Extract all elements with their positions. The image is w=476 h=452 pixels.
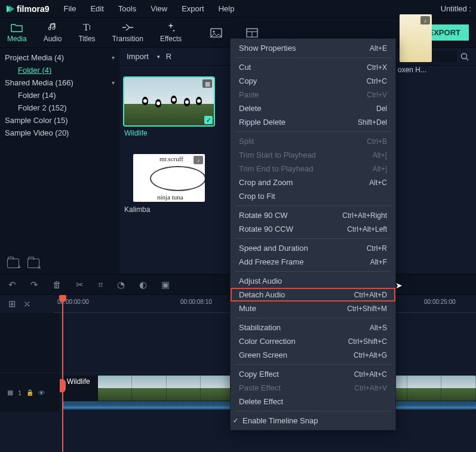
- menu-item-cut[interactable]: CutCtrl+X: [231, 60, 395, 74]
- check-icon: ✓: [233, 417, 240, 425]
- sidebar-item-folder-14[interactable]: Folder (14): [0, 89, 119, 102]
- sparkle-icon: [165, 22, 177, 33]
- menu-item-label: Trim End to Playhead: [239, 164, 314, 173]
- magnet-off-icon[interactable]: ⤬: [23, 299, 31, 309]
- menu-item-shortcut: Ctrl+Alt+D: [354, 291, 387, 299]
- menu-item-enable-timeline-snap[interactable]: ✓Enable Timeline Snap: [231, 414, 395, 428]
- speed-icon[interactable]: ◔: [117, 279, 125, 290]
- tab-titles[interactable]: TI Titles: [78, 22, 95, 43]
- tab-media[interactable]: Media: [7, 22, 27, 43]
- thumb-wildlife[interactable]: ▦ ✓ Wildlife: [124, 78, 214, 137]
- time-label: 00:00:25:00: [424, 299, 456, 305]
- menu-item-label: Green Screen: [239, 350, 287, 359]
- menu-separator: [235, 131, 391, 132]
- cut-icon[interactable]: ✂: [76, 279, 84, 290]
- menu-separator: [235, 238, 391, 239]
- playhead[interactable]: [62, 295, 63, 452]
- menu-view[interactable]: View: [145, 2, 173, 16]
- menu-item-shortcut: Alt+[: [373, 151, 387, 159]
- menu-export[interactable]: Export: [176, 2, 210, 16]
- menu-item-color-correction[interactable]: Color CorrectionCtrl+Shift+C: [231, 334, 395, 348]
- eye-icon[interactable]: 👁: [38, 389, 45, 396]
- check-icon: ✓: [204, 116, 213, 124]
- menu-item-label: Add Freeze Frame: [239, 257, 303, 266]
- menu-item-shortcut: Alt+S: [370, 324, 387, 332]
- menu-item-delete-effect[interactable]: Delete Effect: [231, 395, 395, 408]
- add-track-icon[interactable]: ⊞: [8, 299, 16, 309]
- menu-item-copy-effect[interactable]: Copy EffectCtrl+Alt+C: [231, 367, 395, 381]
- transition-icon: [122, 22, 134, 33]
- delete-folder-button[interactable]: [27, 259, 39, 268]
- menu-item-speed-and-duration[interactable]: Speed and DurationCtrl+R: [231, 241, 395, 255]
- redo-icon[interactable]: ↷: [30, 279, 38, 290]
- record-dropdown[interactable]: R: [166, 52, 171, 61]
- menu-file[interactable]: File: [57, 2, 82, 16]
- menu-item-label: Delete Effect: [239, 397, 283, 406]
- thumb-kalimba[interactable]: mr.scruff ninja tuna ♪ Kalimba: [124, 154, 214, 214]
- menu-item-detach-audio[interactable]: Detach AudioCtrl+Alt+D: [231, 288, 395, 302]
- menu-item-rotate-90-ccw[interactable]: Rotate 90 CCWCtrl+Alt+Left: [231, 222, 395, 236]
- color-icon[interactable]: ◐: [139, 279, 147, 290]
- image-icon[interactable]: [210, 28, 222, 38]
- menu-item-adjust-audio[interactable]: Adjust Audio: [231, 274, 395, 288]
- menu-item-copy[interactable]: CopyCtrl+C: [231, 74, 395, 88]
- thumb-oxen[interactable]: ♪ oxen H...: [398, 14, 434, 137]
- menu-item-label: Enable Timeline Snap: [242, 416, 318, 425]
- menu-item-label: Paste Effect: [239, 383, 281, 392]
- tab-label: Transition: [112, 35, 143, 43]
- tab-effects[interactable]: Effects: [160, 22, 182, 43]
- menu-item-shortcut: Alt+F: [370, 258, 387, 266]
- menu-item-shortcut: Ctrl+Shift+C: [348, 337, 387, 346]
- menu-help[interactable]: Help: [213, 2, 241, 16]
- layout-icon[interactable]: [246, 28, 258, 38]
- tab-transition[interactable]: Transition: [112, 22, 143, 43]
- menu-item-shortcut: Alt+E: [370, 44, 387, 53]
- menu-item-green-screen[interactable]: Green ScreenCtrl+Alt+G: [231, 348, 395, 362]
- menu-item-crop-and-zoom[interactable]: Crop and ZoomAlt+C: [231, 176, 395, 189]
- menu-separator: [235, 271, 391, 272]
- menu-item-label: Detach Audio: [239, 290, 285, 299]
- thumb-label: Kalimba: [124, 205, 214, 214]
- menu-item-label: Crop and Zoom: [239, 178, 293, 187]
- menu-item-shortcut: Ctrl+V: [367, 91, 387, 99]
- sidebar-item-sample-video[interactable]: Sample Video (20): [0, 127, 119, 139]
- tab-audio[interactable]: Audio: [44, 22, 62, 43]
- menu-item-label: Copy Effect: [239, 370, 279, 379]
- menu-item-label: Split: [239, 137, 254, 146]
- undo-icon[interactable]: ↶: [8, 279, 16, 290]
- menu-item-shortcut: Ctrl+Alt+G: [354, 351, 387, 359]
- menu-separator: [235, 364, 391, 365]
- menu-tools[interactable]: Tools: [112, 2, 142, 16]
- menu-item-ripple-delete[interactable]: Ripple DeleteShift+Del: [231, 115, 395, 129]
- cursor-icon: ➤: [395, 281, 403, 290]
- screen-icon[interactable]: ▣: [161, 279, 170, 290]
- sidebar-item-folder[interactable]: Folder (4): [0, 64, 119, 76]
- menu-separator: [235, 57, 391, 58]
- video-track-header[interactable]: ▦ 1 🔒 👁: [0, 373, 60, 412]
- add-folder-button[interactable]: [7, 259, 19, 268]
- sidebar-item-folder-2-152[interactable]: Folder 2 (152): [0, 102, 119, 114]
- import-dropdown[interactable]: Import▾: [127, 52, 160, 61]
- menu-item-rotate-90-cw[interactable]: Rotate 90 CWCtrl+Alt+Right: [231, 208, 395, 222]
- sidebar-item-shared-media[interactable]: Shared Media (166)▾: [0, 76, 119, 89]
- app-name: filmora9: [17, 4, 49, 14]
- chevron-down-icon: ▾: [112, 79, 115, 86]
- menu-item-add-freeze-frame[interactable]: Add Freeze FrameAlt+F: [231, 255, 395, 269]
- crop-icon[interactable]: ⌗: [98, 279, 103, 290]
- svg-point-1: [213, 30, 215, 32]
- menu-item-delete[interactable]: DeleteDel: [231, 102, 395, 115]
- menu-item-show-properties[interactable]: Show PropertiesAlt+E: [231, 41, 395, 55]
- delete-icon[interactable]: 🗑: [53, 279, 62, 290]
- sidebar-item-project-media[interactable]: Project Media (4)▾: [0, 51, 119, 64]
- menu-item-mute[interactable]: MuteCtrl+Shift+M: [231, 302, 395, 315]
- menu-item-label: Trim Start to Playhead: [239, 150, 316, 159]
- search-icon[interactable]: [460, 53, 469, 61]
- menu-item-crop-to-fit[interactable]: Crop to Fit: [231, 189, 395, 203]
- lock-icon[interactable]: 🔒: [26, 389, 33, 396]
- sidebar-item-sample-color[interactable]: Sample Color (15): [0, 114, 119, 127]
- menu-item-stabilization[interactable]: StabilizationAlt+S: [231, 321, 395, 334]
- document-title: Untitled :: [441, 4, 471, 13]
- menu-edit[interactable]: Edit: [84, 2, 109, 16]
- menu-item-paste: PasteCtrl+V: [231, 88, 395, 102]
- menu-item-shortcut: Ctrl+B: [367, 137, 387, 146]
